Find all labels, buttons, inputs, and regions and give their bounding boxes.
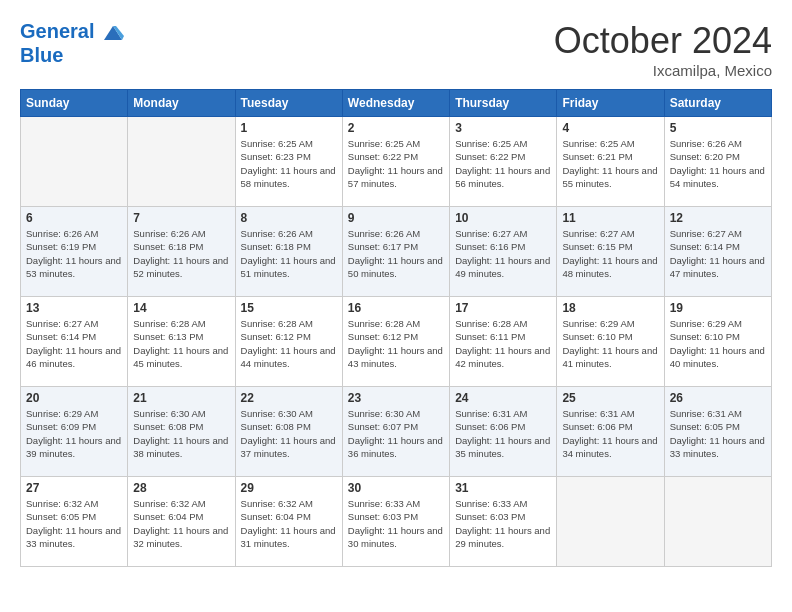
day-info: Sunrise: 6:32 AMSunset: 6:04 PMDaylight:… <box>133 497 229 550</box>
calendar-empty <box>21 117 128 207</box>
page-header: General Blue October 2024 Ixcamilpa, Mex… <box>20 20 772 79</box>
day-info: Sunrise: 6:29 AMSunset: 6:10 PMDaylight:… <box>670 317 766 370</box>
calendar-day-10: 10Sunrise: 6:27 AMSunset: 6:16 PMDayligh… <box>450 207 557 297</box>
day-info: Sunrise: 6:31 AMSunset: 6:05 PMDaylight:… <box>670 407 766 460</box>
day-number: 15 <box>241 301 337 315</box>
day-info: Sunrise: 6:30 AMSunset: 6:08 PMDaylight:… <box>133 407 229 460</box>
title-area: October 2024 Ixcamilpa, Mexico <box>554 20 772 79</box>
day-info: Sunrise: 6:28 AMSunset: 6:12 PMDaylight:… <box>241 317 337 370</box>
day-info: Sunrise: 6:25 AMSunset: 6:21 PMDaylight:… <box>562 137 658 190</box>
day-header-sunday: Sunday <box>21 90 128 117</box>
day-info: Sunrise: 6:28 AMSunset: 6:11 PMDaylight:… <box>455 317 551 370</box>
day-info: Sunrise: 6:27 AMSunset: 6:14 PMDaylight:… <box>670 227 766 280</box>
header-row: SundayMondayTuesdayWednesdayThursdayFrid… <box>21 90 772 117</box>
location: Ixcamilpa, Mexico <box>554 62 772 79</box>
day-number: 23 <box>348 391 444 405</box>
logo: General Blue <box>20 20 124 66</box>
day-number: 25 <box>562 391 658 405</box>
day-number: 10 <box>455 211 551 225</box>
day-info: Sunrise: 6:26 AMSunset: 6:18 PMDaylight:… <box>133 227 229 280</box>
day-number: 21 <box>133 391 229 405</box>
logo-subtext: Blue <box>20 44 124 66</box>
calendar-day-19: 19Sunrise: 6:29 AMSunset: 6:10 PMDayligh… <box>664 297 771 387</box>
calendar-day-18: 18Sunrise: 6:29 AMSunset: 6:10 PMDayligh… <box>557 297 664 387</box>
calendar-day-1: 1Sunrise: 6:25 AMSunset: 6:23 PMDaylight… <box>235 117 342 207</box>
day-number: 14 <box>133 301 229 315</box>
day-number: 31 <box>455 481 551 495</box>
day-number: 28 <box>133 481 229 495</box>
day-number: 8 <box>241 211 337 225</box>
day-info: Sunrise: 6:25 AMSunset: 6:23 PMDaylight:… <box>241 137 337 190</box>
calendar-day-29: 29Sunrise: 6:32 AMSunset: 6:04 PMDayligh… <box>235 477 342 567</box>
calendar-week-3: 13Sunrise: 6:27 AMSunset: 6:14 PMDayligh… <box>21 297 772 387</box>
day-info: Sunrise: 6:33 AMSunset: 6:03 PMDaylight:… <box>348 497 444 550</box>
day-number: 12 <box>670 211 766 225</box>
logo-icon <box>102 22 124 44</box>
day-info: Sunrise: 6:29 AMSunset: 6:10 PMDaylight:… <box>562 317 658 370</box>
day-header-thursday: Thursday <box>450 90 557 117</box>
calendar-week-4: 20Sunrise: 6:29 AMSunset: 6:09 PMDayligh… <box>21 387 772 477</box>
day-header-monday: Monday <box>128 90 235 117</box>
day-number: 2 <box>348 121 444 135</box>
day-info: Sunrise: 6:30 AMSunset: 6:07 PMDaylight:… <box>348 407 444 460</box>
calendar-day-27: 27Sunrise: 6:32 AMSunset: 6:05 PMDayligh… <box>21 477 128 567</box>
day-number: 1 <box>241 121 337 135</box>
day-info: Sunrise: 6:29 AMSunset: 6:09 PMDaylight:… <box>26 407 122 460</box>
day-number: 7 <box>133 211 229 225</box>
day-header-saturday: Saturday <box>664 90 771 117</box>
calendar-week-5: 27Sunrise: 6:32 AMSunset: 6:05 PMDayligh… <box>21 477 772 567</box>
calendar-day-3: 3Sunrise: 6:25 AMSunset: 6:22 PMDaylight… <box>450 117 557 207</box>
day-info: Sunrise: 6:26 AMSunset: 6:18 PMDaylight:… <box>241 227 337 280</box>
day-number: 22 <box>241 391 337 405</box>
calendar-day-30: 30Sunrise: 6:33 AMSunset: 6:03 PMDayligh… <box>342 477 449 567</box>
day-number: 17 <box>455 301 551 315</box>
calendar-day-8: 8Sunrise: 6:26 AMSunset: 6:18 PMDaylight… <box>235 207 342 297</box>
calendar-day-9: 9Sunrise: 6:26 AMSunset: 6:17 PMDaylight… <box>342 207 449 297</box>
calendar-day-25: 25Sunrise: 6:31 AMSunset: 6:06 PMDayligh… <box>557 387 664 477</box>
calendar-day-28: 28Sunrise: 6:32 AMSunset: 6:04 PMDayligh… <box>128 477 235 567</box>
calendar-table: SundayMondayTuesdayWednesdayThursdayFrid… <box>20 89 772 567</box>
day-number: 4 <box>562 121 658 135</box>
calendar-day-15: 15Sunrise: 6:28 AMSunset: 6:12 PMDayligh… <box>235 297 342 387</box>
day-number: 5 <box>670 121 766 135</box>
calendar-day-4: 4Sunrise: 6:25 AMSunset: 6:21 PMDaylight… <box>557 117 664 207</box>
calendar-day-14: 14Sunrise: 6:28 AMSunset: 6:13 PMDayligh… <box>128 297 235 387</box>
day-info: Sunrise: 6:26 AMSunset: 6:19 PMDaylight:… <box>26 227 122 280</box>
calendar-day-12: 12Sunrise: 6:27 AMSunset: 6:14 PMDayligh… <box>664 207 771 297</box>
day-info: Sunrise: 6:31 AMSunset: 6:06 PMDaylight:… <box>455 407 551 460</box>
calendar-empty <box>664 477 771 567</box>
day-info: Sunrise: 6:32 AMSunset: 6:04 PMDaylight:… <box>241 497 337 550</box>
calendar-day-13: 13Sunrise: 6:27 AMSunset: 6:14 PMDayligh… <box>21 297 128 387</box>
calendar-day-20: 20Sunrise: 6:29 AMSunset: 6:09 PMDayligh… <box>21 387 128 477</box>
day-number: 24 <box>455 391 551 405</box>
day-info: Sunrise: 6:26 AMSunset: 6:20 PMDaylight:… <box>670 137 766 190</box>
day-number: 20 <box>26 391 122 405</box>
calendar-week-1: 1Sunrise: 6:25 AMSunset: 6:23 PMDaylight… <box>21 117 772 207</box>
calendar-day-7: 7Sunrise: 6:26 AMSunset: 6:18 PMDaylight… <box>128 207 235 297</box>
day-info: Sunrise: 6:33 AMSunset: 6:03 PMDaylight:… <box>455 497 551 550</box>
calendar-day-26: 26Sunrise: 6:31 AMSunset: 6:05 PMDayligh… <box>664 387 771 477</box>
day-info: Sunrise: 6:32 AMSunset: 6:05 PMDaylight:… <box>26 497 122 550</box>
day-info: Sunrise: 6:25 AMSunset: 6:22 PMDaylight:… <box>455 137 551 190</box>
day-info: Sunrise: 6:27 AMSunset: 6:15 PMDaylight:… <box>562 227 658 280</box>
day-number: 6 <box>26 211 122 225</box>
day-number: 26 <box>670 391 766 405</box>
day-header-tuesday: Tuesday <box>235 90 342 117</box>
day-info: Sunrise: 6:28 AMSunset: 6:13 PMDaylight:… <box>133 317 229 370</box>
calendar-day-17: 17Sunrise: 6:28 AMSunset: 6:11 PMDayligh… <box>450 297 557 387</box>
day-header-wednesday: Wednesday <box>342 90 449 117</box>
day-number: 13 <box>26 301 122 315</box>
calendar-day-11: 11Sunrise: 6:27 AMSunset: 6:15 PMDayligh… <box>557 207 664 297</box>
day-number: 16 <box>348 301 444 315</box>
day-header-friday: Friday <box>557 90 664 117</box>
day-number: 30 <box>348 481 444 495</box>
logo-text: General <box>20 20 124 44</box>
calendar-week-2: 6Sunrise: 6:26 AMSunset: 6:19 PMDaylight… <box>21 207 772 297</box>
calendar-day-16: 16Sunrise: 6:28 AMSunset: 6:12 PMDayligh… <box>342 297 449 387</box>
calendar-day-2: 2Sunrise: 6:25 AMSunset: 6:22 PMDaylight… <box>342 117 449 207</box>
day-info: Sunrise: 6:25 AMSunset: 6:22 PMDaylight:… <box>348 137 444 190</box>
day-info: Sunrise: 6:30 AMSunset: 6:08 PMDaylight:… <box>241 407 337 460</box>
day-info: Sunrise: 6:31 AMSunset: 6:06 PMDaylight:… <box>562 407 658 460</box>
day-info: Sunrise: 6:27 AMSunset: 6:16 PMDaylight:… <box>455 227 551 280</box>
calendar-day-21: 21Sunrise: 6:30 AMSunset: 6:08 PMDayligh… <box>128 387 235 477</box>
